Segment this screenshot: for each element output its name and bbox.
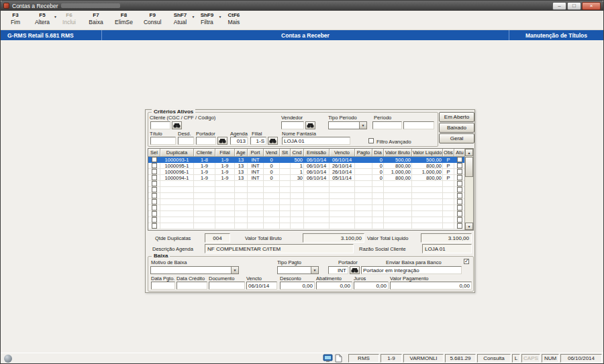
dropdown-arrow-icon[interactable]: ▼	[218, 15, 221, 19]
toolbar-button-mais[interactable]: CtF6Mais	[225, 12, 242, 25]
grid-column-header-age[interactable]: Age	[235, 149, 248, 157]
grid-column-header-cliente[interactable]: Cliente	[194, 149, 215, 157]
geral-button[interactable]: Geral	[439, 133, 474, 143]
grid-column-header-dia[interactable]: Dia	[372, 149, 384, 157]
row-atu-checkbox[interactable]	[457, 181, 462, 186]
scroll-up-icon[interactable]: ▲	[465, 149, 473, 156]
grid-column-header-emissao[interactable]: Emissão	[304, 149, 330, 157]
grid-column-header-sit[interactable]: Sit	[280, 149, 291, 157]
grid-column-header-port[interactable]: Port	[248, 149, 264, 157]
baixa-portador-input[interactable]: INT	[328, 266, 348, 274]
grid-row[interactable]	[148, 199, 464, 205]
baixado-button[interactable]: Baixado	[439, 123, 474, 133]
row-select-checkbox[interactable]	[152, 205, 157, 210]
motivo-baixa-select[interactable]: ▼	[150, 266, 239, 274]
close-button[interactable]: ×	[582, 2, 601, 10]
row-select-checkbox[interactable]	[152, 199, 157, 204]
desd-input[interactable]	[178, 137, 194, 145]
row-atu-checkbox[interactable]	[457, 157, 462, 162]
nome-fantasia-input[interactable]: LOJA 01	[282, 137, 350, 145]
em-aberto-button[interactable]: Em Aberto	[439, 112, 474, 122]
row-atu-checkbox[interactable]	[457, 187, 462, 192]
chevron-down-icon[interactable]: ▼	[359, 122, 366, 129]
juros-input[interactable]: 0,00	[354, 282, 389, 290]
dropdown-arrow-icon[interactable]: ▼	[191, 15, 195, 19]
grid-row[interactable]	[148, 187, 464, 193]
enviar-banco-checkbox[interactable]	[464, 259, 469, 264]
toolbar-button-atual[interactable]: ShF7Atual▼	[172, 12, 188, 25]
row-atu-checkbox[interactable]	[457, 169, 462, 174]
grid-column-header-cnd[interactable]: Cnd	[291, 149, 304, 157]
data-cr-dito-input[interactable]	[177, 282, 207, 290]
data-pgto-input[interactable]	[151, 282, 175, 290]
toolbar-button-fim[interactable]: F3Fim	[7, 12, 23, 25]
maximize-button[interactable]: □	[567, 2, 581, 10]
row-select-checkbox[interactable]	[152, 193, 157, 198]
grid-row[interactable]: 1000094-11-91-913INT03006/10/1405/11/140…	[148, 175, 464, 181]
grid-row[interactable]	[148, 211, 464, 217]
cliente-search-button[interactable]	[172, 121, 182, 129]
grid-column-header-filial[interactable]: Filial	[215, 149, 235, 157]
dropdown-arrow-icon[interactable]: ▼	[54, 15, 57, 19]
portador-search-button[interactable]	[217, 137, 228, 145]
grid-scrollbar[interactable]: ▲ ▼	[464, 149, 473, 230]
scroll-thumb[interactable]	[465, 157, 473, 177]
baixa-portador-search-button[interactable]	[350, 266, 360, 274]
row-atu-checkbox[interactable]	[457, 163, 462, 168]
row-atu-checkbox[interactable]	[457, 175, 462, 180]
grid-column-header-valor_bruto[interactable]: Valor Bruto	[384, 149, 412, 157]
toolbar-button-altera[interactable]: F5Altera▼	[34, 12, 50, 25]
grid-row[interactable]: 1000093-11-81-913INT050006/10/1406/10/14…	[148, 157, 464, 163]
grid-row[interactable]	[148, 193, 464, 199]
row-select-checkbox[interactable]	[152, 163, 157, 168]
row-select-checkbox[interactable]	[152, 223, 157, 229]
grid-row[interactable]	[148, 217, 464, 223]
chevron-down-icon[interactable]: ▼	[231, 267, 238, 274]
row-select-checkbox[interactable]	[152, 217, 157, 223]
minimize-button[interactable]: –	[552, 2, 566, 10]
titulo-input[interactable]	[150, 137, 176, 145]
filial-search-button[interactable]	[268, 137, 278, 145]
row-select-checkbox[interactable]	[152, 157, 157, 162]
grid-row[interactable]	[148, 205, 464, 211]
grid-column-header-sel[interactable]: Sel	[148, 149, 160, 157]
taskbar-app-icon[interactable]	[4, 355, 12, 363]
grid-row[interactable]	[148, 181, 464, 187]
filtro-avancado-checkbox[interactable]	[368, 138, 374, 143]
row-atu-checkbox[interactable]	[457, 205, 462, 210]
grid-row[interactable]: 1000096-11-91-913INT0106/10/1426/10/1401…	[148, 169, 464, 175]
grid-column-header-obs[interactable]: Obs	[443, 149, 454, 157]
periodo-ate-input[interactable]	[403, 121, 434, 129]
grid-column-header-vend[interactable]: Vend	[264, 149, 280, 157]
documento-input[interactable]	[209, 282, 245, 290]
row-atu-checkbox[interactable]	[457, 211, 462, 217]
vencto-input[interactable]: 06/10/14	[246, 282, 277, 290]
toolbar-button-baixa[interactable]: F7Baixa	[88, 12, 104, 25]
tipo-periodo-select[interactable]: ▼	[328, 121, 367, 129]
cliente-input[interactable]	[150, 121, 170, 129]
grid-column-header-duplicata[interactable]: Duplicata	[160, 149, 194, 157]
agenda-input[interactable]: 013	[230, 137, 248, 145]
row-select-checkbox[interactable]	[152, 187, 157, 192]
valor-pagamento-input[interactable]: 0,00	[390, 282, 472, 290]
grid-row[interactable]: 1000095-11-91-913INT0106/10/1426/10/1408…	[148, 163, 464, 169]
periodo-de-input[interactable]	[372, 121, 402, 129]
abatimento-input[interactable]: 0,00	[316, 282, 352, 290]
grid-column-header-valor_liquido[interactable]: Valor Líquido	[412, 149, 443, 157]
vendedor-input[interactable]	[281, 121, 304, 129]
scroll-track[interactable]	[465, 177, 473, 223]
tipo-pagto-select[interactable]: ▼	[277, 266, 319, 274]
row-atu-checkbox[interactable]	[457, 223, 462, 229]
row-atu-checkbox[interactable]	[457, 199, 462, 204]
grid-column-header-vencto[interactable]: Vencto	[330, 149, 355, 157]
row-select-checkbox[interactable]	[152, 211, 157, 217]
row-atu-checkbox[interactable]	[457, 217, 462, 223]
grid-row[interactable]	[148, 223, 464, 229]
grid-column-header-pagto[interactable]: Pagto	[355, 149, 372, 157]
scroll-down-icon[interactable]: ▼	[465, 223, 473, 230]
portador-input[interactable]	[196, 137, 216, 145]
chevron-down-icon[interactable]: ▼	[311, 267, 318, 274]
toolbar-button-elimse[interactable]: F8ElimSe	[115, 12, 133, 25]
vendedor-search-button[interactable]	[305, 121, 315, 129]
row-select-checkbox[interactable]	[152, 169, 157, 174]
